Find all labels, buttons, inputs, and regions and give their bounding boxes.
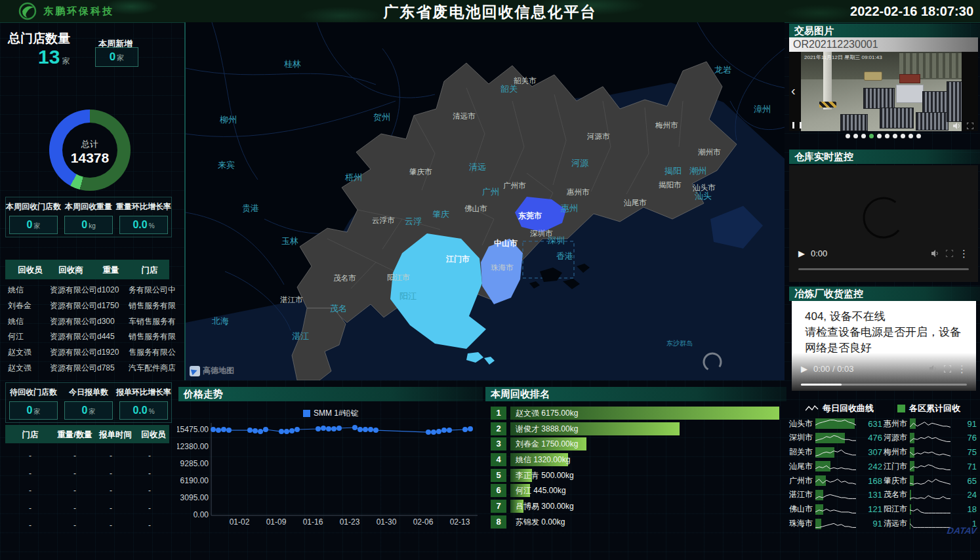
stat-value: 0.0% (119, 216, 168, 234)
carousel-dots (846, 134, 921, 138)
map-label: 韶关市 (514, 77, 537, 85)
play-icon[interactable]: ▶ (798, 249, 805, 258)
stat-value: 0家 (9, 216, 58, 234)
map-label: 玉林 (281, 236, 298, 246)
district-row: 汕头市631 (789, 418, 882, 429)
stat-label: 待回收门店数 (6, 387, 61, 398)
video-progress-bar[interactable] (801, 384, 967, 386)
kebab-menu-icon[interactable]: ⋮ (957, 365, 967, 374)
map-label: 来宾 (218, 160, 235, 170)
fullscreen-icon[interactable] (944, 365, 951, 372)
table-row: 何江资源有限公司d445销售服务有限公 (0, 329, 172, 344)
svg-text:01-16: 01-16 (303, 517, 323, 527)
carousel-dot[interactable] (869, 134, 874, 138)
map-label: 湛江 (292, 331, 309, 341)
district-row: 河源市76 (884, 433, 977, 443)
map-label: 梅州市 (655, 121, 678, 129)
map-label: 贺州 (373, 112, 390, 122)
carousel-dot[interactable] (877, 134, 882, 138)
carousel-dot[interactable] (909, 134, 913, 138)
table-row: 刘春金资源有限公司d1750销售服务有限公 (0, 298, 172, 313)
warehouse-photo: 2021年11月12日 星期三 09:01:43 (801, 52, 962, 131)
rank-badge: 5 (491, 469, 506, 482)
stat-value: 0.0% (119, 401, 168, 420)
ranking-row: 7吕博易 300.00kg (485, 500, 781, 513)
rank-badge: 2 (491, 422, 506, 435)
svg-text:01-02: 01-02 (230, 517, 250, 527)
ranking-row: 1赵文强 6175.00kg (485, 407, 781, 420)
district-row: 深圳市476 (789, 433, 882, 443)
pause-icon[interactable] (792, 122, 802, 129)
stat-label: 本周回收重量 (61, 201, 116, 212)
total-donut-chart: 总计 14378 (49, 110, 131, 191)
map-label: 清远市 (453, 112, 476, 120)
district-row: 佛山市121 (789, 504, 882, 515)
map-attribution: 高德地图 (190, 365, 234, 376)
map-label: 云浮 (405, 216, 422, 226)
map-label: 河源 (571, 158, 589, 168)
pending-stats-box: 待回收门店数 0家 今日报单数 0家 报单环比增长率 0.0% (5, 382, 172, 423)
warehouse-video-player[interactable]: ▶ 0:00 ⋮ (789, 165, 978, 282)
expand-icon[interactable] (967, 123, 973, 129)
carousel-dot[interactable] (901, 134, 905, 138)
map-label: 漳州 (754, 104, 771, 114)
rank-badge: 8 (491, 515, 506, 529)
map-label: 湛江市 (280, 296, 303, 304)
donut-center-value: 14378 (49, 150, 131, 166)
svg-text:12380.00: 12380.00 (177, 442, 209, 451)
map-label: 贵港 (242, 203, 259, 213)
chevron-left-icon[interactable]: ‹ (791, 84, 796, 97)
play-icon[interactable]: ▶ (801, 364, 807, 374)
map-label: 东沙群岛 (666, 340, 693, 347)
guangdong-map[interactable]: 桂林柳州贺州来宾梧州贵港玉林北海湛江茂名阳江云浮肇庆清远韶关广州惠州河源深圳香港… (186, 22, 785, 380)
table-row: ---- (0, 466, 172, 482)
fullscreen-icon[interactable] (946, 250, 953, 257)
video-progress-bar[interactable] (798, 268, 969, 270)
rank-badge: 1 (491, 407, 506, 420)
ranking-row: 4姚信 1320.00kg (485, 453, 781, 466)
svg-text:02-06: 02-06 (413, 517, 434, 527)
rank-label: 姚信 1320.00kg (516, 454, 570, 466)
stat-label: 今日报单数 (61, 387, 116, 398)
ranking-panel-title: 本周回收排名 (485, 387, 786, 401)
carousel-dot[interactable] (893, 134, 897, 138)
stat-label: 重量环比增长率 (116, 201, 171, 212)
rank-label: 谢俊才 3888.00kg (516, 424, 578, 435)
ranking-row: 6何江 445.00kg (485, 484, 781, 497)
carousel-dot[interactable] (916, 134, 921, 138)
svg-text:01-23: 01-23 (340, 517, 360, 527)
volume-icon[interactable] (931, 250, 940, 257)
district-row: 湛江市131 (789, 490, 882, 500)
table-row: ---- (0, 449, 172, 464)
ranking-row: 3刘春金 1750.00kg (485, 437, 781, 450)
carousel-dot[interactable] (846, 134, 850, 138)
donut-center-label: 总计 (49, 138, 131, 150)
header: 东鹏环保科技 广东省废电池回收信息化平台 2022-02-16 18:07:30 (0, 0, 980, 23)
video-time: 0:00 / 0:03 (813, 364, 853, 374)
kebab-menu-icon[interactable]: ⋮ (959, 249, 969, 258)
amap-icon (190, 366, 200, 376)
map-label: 茂名 (330, 304, 347, 313)
district-row: 汕尾市242 (789, 461, 882, 471)
district-row: 肇庆市65 (884, 475, 977, 486)
line-legend-icon (806, 405, 819, 412)
table-row: ---- (0, 483, 172, 499)
svg-text:01-09: 01-09 (266, 517, 287, 527)
map-label: 阳江市 (387, 273, 410, 281)
ranking-row: 2谢俊才 3888.00kg (485, 422, 781, 435)
smelter-video-player[interactable]: 404, 设备不在线 请检查设备电源是否开启，设备网络是否良好 ▶ 0:00 /… (792, 301, 976, 391)
table-row: 赵文强资源有限公司d1920售服务有限公司 (0, 344, 172, 360)
carousel-dot[interactable] (885, 134, 889, 138)
volume-icon[interactable] (929, 365, 938, 372)
video-time: 0:00 (811, 249, 827, 258)
speaker-icon[interactable] (953, 123, 961, 129)
report-table-header: 门店 重量/数量 报单时间 回收员 (5, 425, 169, 443)
datetime: 2022-02-16 18:07:30 (850, 4, 973, 19)
rank-badge: 7 (491, 500, 506, 513)
carousel-dot[interactable] (861, 134, 866, 138)
district-row: 阳江市18 (884, 504, 977, 515)
map-label: 云浮市 (372, 216, 395, 224)
table-row: ---- (0, 501, 172, 517)
map-label: 香港 (556, 251, 573, 261)
carousel-dot[interactable] (853, 134, 858, 138)
